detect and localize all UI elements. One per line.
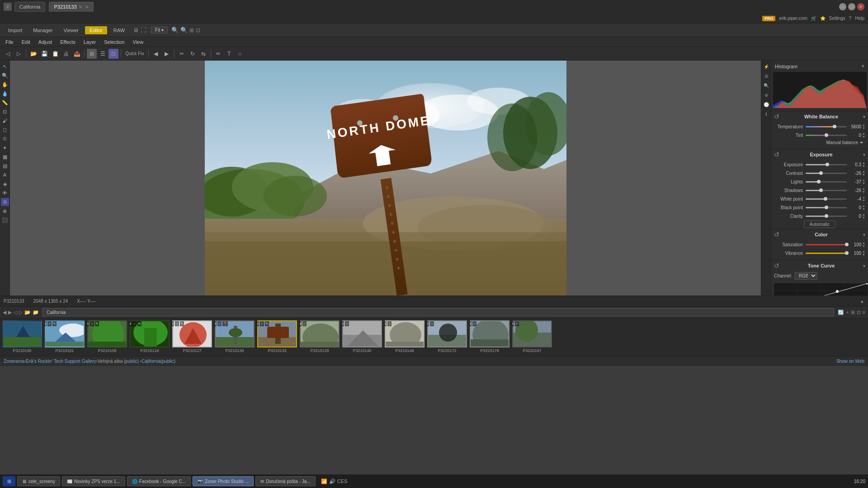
shadows-slider[interactable] (806, 190, 847, 191)
save-as-btn[interactable]: 📋 (50, 49, 60, 59)
healing-tool[interactable]: ✦ (1, 144, 9, 152)
cart-icon[interactable]: 🛒 (811, 16, 816, 21)
save-btn[interactable]: 💾 (39, 49, 49, 59)
color-reset-btn[interactable]: ↺ (774, 231, 779, 238)
saturation-stepper[interactable]: ▲▼ (862, 241, 865, 248)
crop-btn[interactable]: ✂ (177, 49, 187, 59)
fs-nav-next[interactable]: ▷ (19, 310, 23, 315)
tab-manager[interactable]: Manager (28, 26, 57, 34)
menu-selection[interactable]: Selection (100, 38, 128, 46)
color-collapse[interactable]: ▾ (863, 232, 865, 237)
panel-zoom-icon[interactable]: 🔍 (762, 81, 770, 89)
saturation-slider[interactable] (806, 244, 847, 245)
red-eye-tool[interactable]: 👁 (1, 189, 9, 197)
filmstrip-item-p3210127[interactable]: ℹ☆✎ P3210127 (172, 320, 212, 353)
histogram-dropdown[interactable]: ▾ (862, 63, 864, 69)
automatic-btn[interactable]: Automatic (774, 221, 865, 227)
zoom-out-icon[interactable]: 🔍 (180, 27, 188, 33)
eyedropper-wb-icon[interactable]: ✒ (860, 140, 863, 145)
mask-tool[interactable]: ⬛ (1, 216, 9, 224)
channel-select[interactable]: RGB R G B (795, 272, 817, 280)
panel-info-icon[interactable]: ℹ (762, 110, 770, 118)
ruler-tool[interactable]: 📏 (1, 99, 9, 107)
fs-refresh-icon[interactable]: 🔄 (838, 310, 844, 315)
crop-tool[interactable]: ⊡ (1, 108, 9, 116)
settings-label[interactable]: Settings (829, 16, 845, 21)
menu-layer[interactable]: Layer (80, 38, 100, 46)
flip-btn[interactable]: ⇆ (198, 49, 208, 59)
exposure-collapse[interactable]: ▾ (863, 152, 865, 157)
arrow-left-btn[interactable]: ◀ (151, 49, 161, 59)
menu-edit[interactable]: Edit (18, 38, 34, 46)
lights-slider[interactable] (806, 181, 847, 183)
black-point-stepper[interactable]: ▲▼ (862, 204, 865, 211)
collapse-panel-btn[interactable]: ▲ (860, 299, 864, 304)
white-point-stepper[interactable]: ▲▼ (862, 196, 865, 202)
tone-curve-reset-btn[interactable]: ↺ (774, 262, 779, 269)
wb-collapse[interactable]: ▾ (863, 114, 865, 119)
menu-file[interactable]: File (2, 38, 17, 46)
taskbar-item-screeny[interactable]: 🖥 cele_screeny (17, 476, 60, 486)
panel-grid-icon[interactable]: ⊞ (762, 72, 770, 80)
filmstrip-item-p3210148[interactable]: ℹ☆ P3210148 (384, 320, 425, 353)
clone-tool[interactable]: © (1, 135, 9, 143)
fs-add-icon[interactable]: + (846, 310, 849, 315)
undo-btn[interactable]: ◁ (3, 49, 13, 59)
filmstrip-item-p3220197[interactable]: ℹ☆ P3220197 (512, 320, 552, 353)
grid-view-btn[interactable]: ⊞ (87, 49, 97, 59)
tab-raw[interactable]: RAW (109, 26, 129, 34)
show-on-web-link[interactable]: Show on Web (836, 359, 864, 364)
arrow-right-btn[interactable]: ▶ (162, 49, 172, 59)
shape-btn[interactable]: ○ (235, 49, 245, 59)
detail-view-btn[interactable]: ⊡ (108, 49, 118, 59)
brush-btn[interactable]: ✏ (213, 49, 223, 59)
white-point-slider[interactable] (806, 198, 847, 200)
help-icon[interactable]: ? (849, 16, 852, 21)
contrast-stepper[interactable]: ▲▼ (862, 170, 865, 176)
tab-file[interactable]: P3210133 ✎ ✕ (49, 2, 93, 12)
select-tool[interactable]: ↖ (1, 62, 9, 70)
tone-curve-canvas[interactable] (774, 283, 868, 296)
start-button[interactable]: ⊞ (3, 476, 15, 486)
tab-close-btn[interactable]: ✕ (85, 5, 89, 9)
fit-selector[interactable]: Fit ▾ (151, 27, 168, 33)
clarity-stepper[interactable]: ▲▼ (862, 213, 865, 219)
filmstrip-item-p3210139[interactable]: ℹ☆ P3210139 (299, 320, 340, 353)
fs-view-icon[interactable]: ⊞ (851, 310, 855, 315)
filmstrip-item-p3210130[interactable]: ℹ☆📍 P3210130 (214, 320, 255, 353)
text-insert-tool[interactable]: A (1, 171, 9, 179)
panel-lightning-icon[interactable]: ⚡ (762, 62, 770, 70)
pan-tool[interactable]: ✋ (1, 80, 9, 89)
eyedropper-tool[interactable]: 💧 (1, 89, 9, 98)
exposure-slider[interactable] (806, 164, 847, 165)
filmstrip-item-partial[interactable]: P3210100 (2, 320, 42, 353)
filmstrip-item-p3210118[interactable]: ℹ☆✎ P3210118 (129, 320, 170, 353)
exposure-reset-btn[interactable]: ↺ (774, 151, 779, 158)
open-btn[interactable]: 📂 (28, 49, 38, 59)
eraser-tool[interactable]: ◻ (1, 126, 9, 134)
taskbar-item-zoner[interactable]: 📷 Zoner Photo Studio ... (193, 476, 254, 486)
fs-sort-icon[interactable]: ≡ (863, 310, 865, 315)
temperature-stepper[interactable]: ▲▼ (862, 123, 865, 130)
fullscreen-icon[interactable]: ⛶ (141, 27, 146, 33)
exposure-stepper[interactable]: ▲▼ (862, 161, 865, 168)
brush-paint-tool[interactable]: 🖌 (1, 117, 9, 125)
fs-filter-icon[interactable]: ⊡ (857, 310, 861, 315)
tab-import[interactable]: Import (4, 26, 27, 34)
fs-next-btn[interactable]: ▶ (8, 310, 12, 315)
tab-editor[interactable]: Editor (85, 26, 107, 34)
vibrance-stepper[interactable]: ▲▼ (862, 250, 865, 256)
tray-volume-icon[interactable]: 🔊 (329, 479, 335, 484)
canvas-area[interactable]: NORTH DOME (10, 61, 761, 296)
filmstrip-item-p3210101[interactable]: ℹ☆✎ P3210101 (44, 320, 85, 353)
panel-history-icon[interactable]: 🕒 (762, 100, 770, 108)
sharpen-tool[interactable]: ◈ (1, 180, 9, 188)
minimize-btn[interactable]: ─ (839, 3, 846, 10)
filmstrip-item-p3220172[interactable]: ℹ☆ P3220172 (427, 320, 467, 353)
breadcrumb-public1-link[interactable]: public (125, 359, 137, 364)
black-point-slider[interactable] (806, 207, 847, 208)
vibrance-slider[interactable] (806, 253, 847, 254)
tint-stepper[interactable]: ▲▼ (862, 132, 865, 138)
tab-viewer[interactable]: Viewer (59, 26, 83, 34)
rotate-btn[interactable]: ↻ (188, 49, 198, 59)
